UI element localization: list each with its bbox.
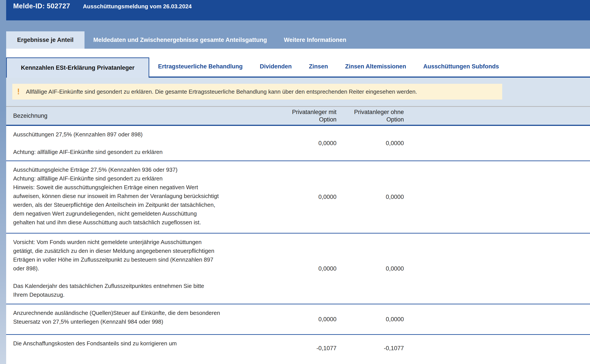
value-ohne-option: 0,0000 [337, 304, 404, 334]
aif-warning-banner: ! Allfällige AIF-Einkünfte sind gesonder… [12, 84, 502, 100]
row-description: Ausschüttungsgleiche Erträge 27,5% (Kenn… [6, 161, 272, 233]
row-description: Anzurechnende ausländische (Quellen)Steu… [6, 304, 272, 334]
value-ohne-option: 0,0000 [337, 161, 404, 233]
warning-wrapper: ! Allfällige AIF-Einkünfte sind gesonder… [6, 78, 590, 106]
tab-zinsen-altemissionen[interactable]: Zinsen Altemissionen [345, 63, 406, 77]
column-header-privatanleger-ohne-option: Privatanleger ohne Option [337, 108, 404, 123]
row-description: Vorsicht: Vom Fonds wurden nicht gemelde… [6, 234, 272, 304]
table-row: Die Anschaffungskosten des Fondsanteils … [6, 335, 590, 362]
table-row: Vorsicht: Vom Fonds wurden nicht gemelde… [6, 234, 590, 304]
row-description: Die Anschaffungskosten des Fondsanteils … [6, 335, 272, 362]
report-header-bar: Melde-ID: 502727 Ausschüttungsmeldung vo… [6, 0, 590, 20]
exclamation-icon: ! [17, 88, 20, 96]
value-mit-option: 0,0000 [272, 234, 337, 304]
tab-kennzahlen-est-erklaerung[interactable]: Kennzahlen ESt-Erklärung Privatanleger [6, 58, 149, 78]
info-section: ! Allfällige AIF-Einkünfte sind gesonder… [6, 78, 590, 126]
tab-ergebnisse-je-anteil[interactable]: Ergebnisse je Anteil [6, 31, 85, 49]
value-ohne-option: 0,0000 [337, 126, 404, 161]
column-header-privatanleger-mit-option: Privatanleger mit Option [272, 108, 337, 123]
main-content: Melde-ID: 502727 Ausschüttungsmeldung vo… [6, 0, 590, 362]
row-description: Ausschüttungen 27,5% (Kennzahlen 897 ode… [6, 126, 272, 161]
value-mit-option: -0,1077 [272, 335, 337, 362]
warning-text: Allfällige AIF-Einkünfte sind gesondert … [26, 88, 417, 95]
value-mit-option: 0,0000 [272, 304, 337, 334]
tab-dividenden[interactable]: Dividenden [260, 63, 292, 77]
table-row: Ausschüttungen 27,5% (Kennzahlen 897 ode… [6, 126, 590, 161]
secondary-tab-bar: Kennzahlen ESt-Erklärung Privatanleger E… [6, 56, 590, 78]
results-table: Ausschüttungen 27,5% (Kennzahlen 897 ode… [6, 126, 590, 362]
tab-zinsen[interactable]: Zinsen [309, 63, 328, 77]
spacer [6, 49, 590, 56]
value-mit-option: 0,0000 [272, 126, 337, 161]
value-ohne-option: -0,1077 [337, 335, 404, 362]
tab-meldedaten-zwischenergebnisse[interactable]: Meldedaten und Zwischenergebnisse gesamt… [93, 31, 267, 49]
value-mit-option: 0,0000 [272, 161, 337, 233]
report-subtitle: Ausschüttungsmeldung vom 26.03.2024 [83, 2, 192, 10]
page-background-strip [0, 0, 6, 364]
column-header-bezeichnung: Bezeichnung [6, 112, 272, 119]
melde-id-title: Melde-ID: 502727 [13, 2, 70, 10]
table-row: Anzurechnende ausländische (Quellen)Steu… [6, 304, 590, 335]
value-ohne-option: 0,0000 [337, 234, 404, 304]
tab-weitere-informationen[interactable]: Weitere Informationen [284, 31, 346, 49]
page: Melde-ID: 502727 Ausschüttungsmeldung vo… [0, 0, 590, 364]
table-header-row: Bezeichnung Privatanleger mit Option Pri… [6, 107, 590, 126]
primary-tab-bar: Ergebnisse je Anteil Meldedaten und Zwis… [6, 20, 590, 49]
table-row: Ausschüttungsgleiche Erträge 27,5% (Kenn… [6, 161, 590, 234]
tab-ausschuettungen-subfonds[interactable]: Ausschüttungen Subfonds [423, 63, 499, 77]
tab-ertragsteuerliche-behandlung[interactable]: Ertragsteuerliche Behandlung [158, 63, 243, 77]
